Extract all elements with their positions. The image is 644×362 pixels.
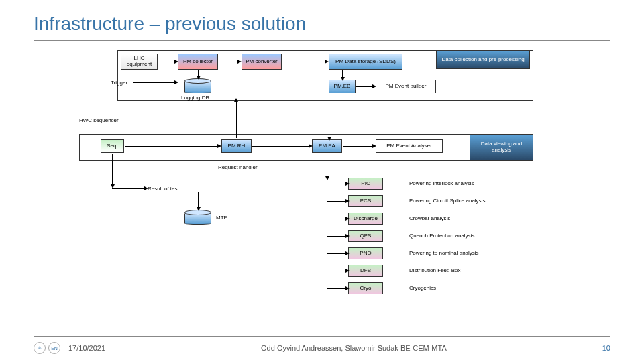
desc-pic: Powering interlock analysis <box>409 180 474 186</box>
frame-data-viewing <box>79 134 533 161</box>
label-logging-db: Logging DB <box>181 95 209 101</box>
box-seq: Seq. <box>101 139 124 153</box>
arrow <box>327 184 347 184</box>
arrow <box>327 271 347 272</box>
box-data-collection: Data collection and pre-processing <box>436 50 530 69</box>
diagram-canvas: LHC equipment PM collector PM converter … <box>34 50 610 318</box>
footer: ⚛EN 17/10/2021 Odd Oyvind Andreassen, Sl… <box>34 336 610 355</box>
label-mtf: MTF <box>216 215 227 221</box>
footer-date: 17/10/2021 <box>68 344 105 352</box>
arrow <box>219 62 239 62</box>
box-pm-event-builder: PM Event builder <box>376 80 436 93</box>
box-lhc-equipment: LHC equipment <box>121 54 158 70</box>
arrow <box>112 154 113 186</box>
desc-discharge: Crowbar analysis <box>409 215 450 221</box>
arrow <box>133 82 176 83</box>
arrow <box>327 219 347 219</box>
page-title: Infrastructure – previous solution <box>34 13 610 35</box>
arrow <box>112 188 146 189</box>
box-data-viewing: Data viewing and analysis <box>470 135 533 160</box>
arrow <box>343 146 374 147</box>
box-pm-converter: PM converter <box>241 54 282 70</box>
box-pm-ea: PM.EA <box>312 139 342 153</box>
arrow <box>327 253 347 254</box>
box-pm-collector: PM collector <box>178 54 218 70</box>
title-rule <box>34 40 610 41</box>
label-result-of-test: Result of test <box>148 186 179 192</box>
box-pm-eb: PM.EB <box>329 80 356 93</box>
label-hwc-sequencer: HWC sequencer <box>79 117 119 123</box>
desc-dfb: Distribution Feed Box <box>409 267 460 274</box>
arrow <box>327 236 347 237</box>
desc-pcs: Powering Circuit Splice analysis <box>409 198 485 204</box>
box-pm-rh: PM.RH <box>221 139 252 153</box>
arrow <box>252 146 310 147</box>
page-number: 10 <box>602 344 610 352</box>
arrow <box>356 86 374 87</box>
arrow <box>198 192 199 208</box>
arrow <box>327 288 347 289</box>
arrow <box>329 94 329 138</box>
arrow-stem <box>327 184 327 288</box>
desc-pno: Powering to nominal analysis <box>409 250 479 256</box>
arrow <box>198 70 199 77</box>
cylinder-mtf <box>184 210 211 225</box>
box-analysis-discharge: Discharge <box>348 213 383 225</box>
footer-author: Odd Oyvind Andreassen, Slawomir Sudak BE… <box>261 344 447 352</box>
box-analysis-pcs: PCS <box>348 195 383 207</box>
box-analysis-cryo: Cryo <box>348 282 383 294</box>
arrow <box>158 62 176 62</box>
arrow <box>236 101 237 138</box>
logo-icon: ⚛EN <box>34 341 60 355</box>
cylinder-logging-db <box>184 78 211 93</box>
box-analysis-qps: QPS <box>348 230 383 242</box>
arrow <box>342 70 343 78</box>
arrow <box>327 201 347 202</box>
arrow <box>283 62 326 62</box>
box-analysis-dfb: DFB <box>348 265 383 277</box>
desc-qps: Quench Protection analysis <box>409 233 474 239</box>
box-analysis-pno: PNO <box>348 247 383 259</box>
label-request-handler: Request handler <box>218 164 258 170</box>
box-pm-event-analyser: PM Event Analyser <box>376 139 443 153</box>
label-trigger: Trigger <box>111 80 127 86</box>
arrow <box>327 154 327 178</box>
desc-cryo: Cryogenics <box>409 285 436 291</box>
box-pm-datastorage: PM Data storage (SDDS) <box>329 54 402 70</box>
box-analysis-pic: PIC <box>348 178 383 190</box>
arrow <box>125 146 219 147</box>
